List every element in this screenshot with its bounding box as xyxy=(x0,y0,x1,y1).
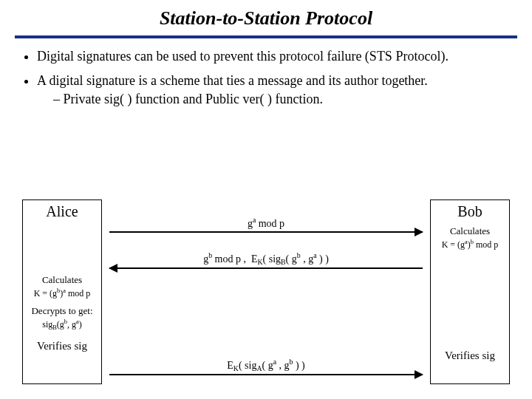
protocol-diagram: Alice Calculates K = (gb)a mod p Decrypt… xyxy=(0,200,532,392)
bob-calc-label: Calculates xyxy=(431,225,509,238)
bullet-1: Digital signatures can be used to preven… xyxy=(37,49,510,64)
arrow-right-icon xyxy=(415,228,423,236)
arrow-right-icon xyxy=(415,370,423,379)
message-2: gb mod p , EK( sigB( gb , ga ) ) xyxy=(109,251,423,269)
bullet-2-text: A digital signature is a scheme that tie… xyxy=(37,73,428,88)
message-1: ga mod p xyxy=(109,216,423,233)
alice-verify: Verifies sig xyxy=(23,339,101,353)
message-2-label: gb mod p , EK( sigB( gb , ga ) ) xyxy=(109,251,423,266)
alice-name: Alice xyxy=(23,200,101,225)
message-3-label: EK( sigA( ga , gb ) ) xyxy=(109,358,423,372)
message-1-label: ga mod p xyxy=(109,216,423,230)
bullet-1-text: Digital signatures can be used to preven… xyxy=(37,49,449,64)
alice-box: Alice Calculates K = (gb)a mod p Decrypt… xyxy=(22,200,102,384)
page-title: Station-to-Station Protocol xyxy=(160,7,372,29)
bob-name: Bob xyxy=(431,200,509,225)
alice-calc-eq: K = (gb)a mod p xyxy=(23,287,101,300)
title-rule xyxy=(15,35,517,38)
alice-calc-label: Calculates xyxy=(23,273,101,287)
bob-box: Bob Calculates K = (ga)b mod p Verifies … xyxy=(430,200,510,384)
bob-verify: Verifies sig xyxy=(431,349,509,363)
title-wrap: Station-to-Station Protocol xyxy=(0,0,532,33)
bullets-list: Digital signatures can be used to preven… xyxy=(0,49,532,107)
bullet-2: A digital signature is a scheme that tie… xyxy=(37,73,510,107)
alice-decrypts-eq: sigB(gb, ga) xyxy=(23,318,101,332)
alice-decrypts-label: Decrypts to get: xyxy=(23,304,101,318)
arrow-left-icon xyxy=(109,264,117,273)
message-3: EK( sigA( ga , gb ) ) xyxy=(109,358,423,375)
bob-calc-eq: K = (ga)b mod p xyxy=(431,238,509,251)
bullet-2-sub: – Private sig( ) function and Public ver… xyxy=(53,92,510,107)
